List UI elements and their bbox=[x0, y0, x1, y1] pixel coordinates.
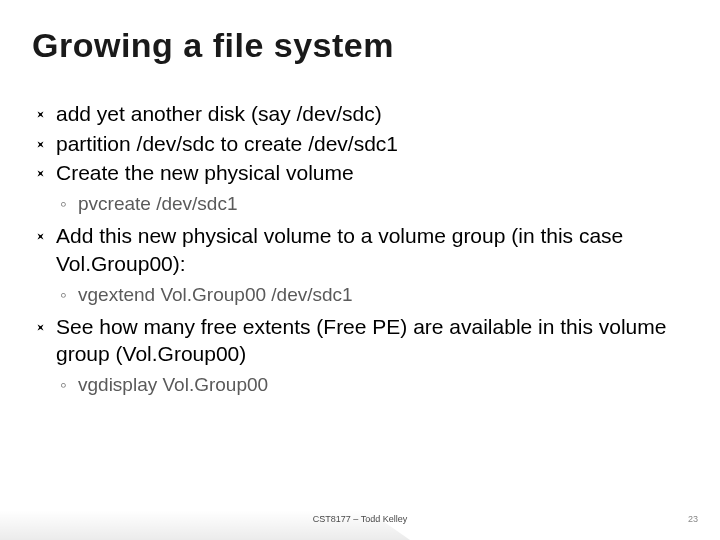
bullet-item: See how many free extents (Free PE) are … bbox=[36, 313, 680, 368]
bullet-text: Add this new physical volume to a volume… bbox=[56, 224, 623, 275]
bullet-text: Create the new physical volume bbox=[56, 161, 354, 184]
sub-bullet-item: vgextend Vol.Group00 /dev/sdc1 bbox=[36, 282, 680, 307]
bullet-text: See how many free extents (Free PE) are … bbox=[56, 315, 666, 366]
bullet-item: partition /dev/sdc to create /dev/sdc1 bbox=[36, 130, 680, 158]
bullet-text: partition /dev/sdc to create /dev/sdc1 bbox=[56, 132, 398, 155]
bullet-text: add yet another disk (say /dev/sdc) bbox=[56, 102, 382, 125]
footer-center-text: CST8177 – Todd Kelley bbox=[0, 514, 720, 524]
sub-bullet-text: pvcreate /dev/sdc1 bbox=[78, 193, 237, 214]
slide-content: add yet another disk (say /dev/sdc) part… bbox=[36, 100, 680, 403]
sub-bullet-text: vgextend Vol.Group00 /dev/sdc1 bbox=[78, 284, 353, 305]
sub-bullet-item: pvcreate /dev/sdc1 bbox=[36, 191, 680, 216]
bullet-item: add yet another disk (say /dev/sdc) bbox=[36, 100, 680, 128]
bullet-item: Create the new physical volume bbox=[36, 159, 680, 187]
page-number: 23 bbox=[688, 514, 698, 524]
sub-bullet-item: vgdisplay Vol.Group00 bbox=[36, 372, 680, 397]
slide: Growing a file system add yet another di… bbox=[0, 0, 720, 540]
bullet-item: Add this new physical volume to a volume… bbox=[36, 222, 680, 277]
slide-title: Growing a file system bbox=[32, 26, 394, 65]
sub-bullet-text: vgdisplay Vol.Group00 bbox=[78, 374, 268, 395]
